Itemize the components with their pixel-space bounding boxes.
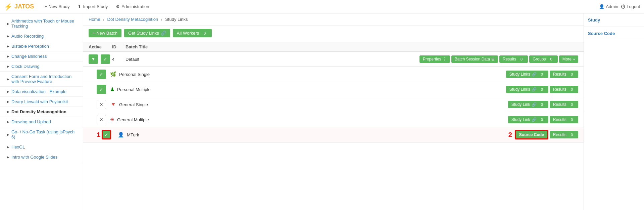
logout-link[interactable]: ⏻ Logout (621, 4, 640, 9)
batch-actions: Properties ⋮ Batch Session Data ⊞ Result… (419, 55, 578, 63)
toolbar: + New Batch Get Study Links 🔗 All Worker… (83, 26, 584, 42)
worker-buttons-4: 2 Source Code Results 0 (508, 130, 578, 139)
sidebar-item-2[interactable]: ▶ Bistable Perception (0, 41, 83, 51)
worker-name-1: Personal Multiple (117, 87, 506, 92)
source-code-button[interactable]: Source Code (515, 130, 548, 139)
results-button-1[interactable]: Results 0 (550, 86, 578, 93)
general-multiple-icon: ✳ (110, 117, 114, 123)
groups-button[interactable]: Groups 0 (529, 55, 557, 63)
breadcrumb-home[interactable]: Home (89, 17, 100, 22)
nav-right: 👤 Admin ⏻ Logout (599, 4, 640, 9)
results-badge-3: 0 (569, 117, 575, 122)
brand: ⚡ JATOS (4, 3, 34, 11)
properties-button[interactable]: Properties ⋮ (419, 55, 450, 63)
general-single-icon: 🔻 (110, 101, 116, 108)
admin-link[interactable]: 👤 Admin (599, 4, 618, 9)
settings-icon: ⋮ (443, 57, 447, 61)
worker-buttons-2: Study Link 🔗 0 Results 0 (508, 101, 578, 108)
breadcrumb: Home / Dot Density Metacognition / Study… (83, 13, 584, 26)
link-icon: 🔗 (532, 102, 537, 107)
layout: ▶ Arithmetics with Touch or Mouse Tracki… (0, 13, 644, 210)
sidebar-item-10[interactable]: ▶ Go- / No-Go Task (using jsPsych 6) (0, 127, 83, 142)
breadcrumb-page: Study Links (165, 17, 188, 22)
worker-active-toggle-2[interactable]: ✕ (97, 100, 106, 109)
chevron-right-icon: ▶ (7, 34, 9, 38)
worker-row-general-multiple: ✕ ✳ General Multiple Study Link 🔗 0 Resu… (83, 112, 584, 127)
study-links-badge-3: 0 (539, 117, 545, 122)
chevron-right-icon: ▶ (7, 77, 9, 81)
worker-row-personal-single: ✓ 🌿 Personal Single Study Links 🔗 0 Resu… (83, 67, 584, 82)
new-study-link[interactable]: + New Study (41, 0, 73, 13)
study-link-button-2[interactable]: Study Link 🔗 0 (508, 101, 548, 108)
worker-name-4: MTurk (127, 132, 508, 137)
results-button[interactable]: Results 0 (499, 55, 528, 63)
power-icon: ⏻ (621, 4, 625, 9)
sidebar-item-6[interactable]: ▶ Data visualization - Example (0, 87, 83, 97)
chevron-right-icon: ▶ (7, 155, 9, 159)
chevron-right-icon: ▶ (7, 110, 9, 114)
sidebar-item-11[interactable]: ▶ HexGL (0, 142, 83, 152)
worker-row-personal-multiple: ✓ ♟ Personal Multiple Study Links 🔗 0 Re… (83, 82, 584, 97)
navbar: ⚡ JATOS + New Study ⬆ Import Study ⚙ Adm… (0, 0, 644, 13)
results-button-0[interactable]: Results 0 (550, 71, 578, 78)
administration-link[interactable]: ⚙ Administration (112, 0, 153, 13)
import-icon: ⬆ (78, 4, 81, 9)
get-study-links-button[interactable]: Get Study Links 🔗 (124, 29, 170, 37)
batch-active-toggle[interactable]: ✓ (101, 54, 110, 64)
link-icon: 🔗 (532, 72, 537, 77)
study-links-button-0[interactable]: Study Links 🔗 0 (506, 71, 548, 78)
chevron-right-icon: ▶ (7, 145, 9, 149)
results-badge-0: 0 (569, 72, 575, 77)
sidebar-item-12[interactable]: ▶ Intro with Google Slides (0, 152, 83, 162)
worker-buttons-3: Study Link 🔗 0 Results 0 (508, 116, 578, 123)
worker-buttons-0: Study Links 🔗 0 Results 0 (506, 71, 578, 78)
sidebar-item-5[interactable]: ▶ Consent Form and Introduction with Pre… (0, 72, 83, 87)
sidebar-item-0[interactable]: ▶ Arithmetics with Touch or Mouse Tracki… (0, 16, 83, 31)
sidebar-item-3[interactable]: ▶ Change Blindness (0, 51, 83, 61)
study-link-button-3[interactable]: Study Link 🔗 0 (508, 116, 548, 123)
study-links-badge-1: 0 (539, 87, 545, 92)
more-button[interactable]: More (559, 55, 578, 63)
sidebar-item-4[interactable]: ▶ Clock Drawing (0, 61, 83, 72)
sidebar-item-7[interactable]: ▶ Deary Liewald with Psytoolkit (0, 97, 83, 107)
worker-rows: ✓ 🌿 Personal Single Study Links 🔗 0 Resu… (83, 67, 584, 142)
source-code-panel-link[interactable]: Source Code (584, 27, 644, 40)
table-icon: ⊞ (491, 57, 495, 61)
study-links-button-1[interactable]: Study Links 🔗 0 (506, 86, 548, 93)
header-active: Active (89, 44, 112, 49)
worker-active-toggle-1[interactable]: ✓ (97, 85, 106, 94)
mturk-active-toggle[interactable]: ✓ (102, 130, 111, 139)
sidebar-item-9[interactable]: ▶ Drawing and Upload (0, 117, 83, 127)
all-workers-badge: 0 (202, 31, 208, 36)
chevron-right-icon: ▶ (7, 133, 9, 136)
gear-icon: ⚙ (116, 4, 120, 9)
results-button-2[interactable]: Results 0 (550, 101, 578, 108)
brand-icon: ⚡ (4, 3, 12, 11)
worker-active-toggle-3[interactable]: ✕ (97, 115, 106, 124)
worker-active-toggle-0[interactable]: ✓ (97, 70, 106, 79)
breadcrumb-study[interactable]: Dot Density Metacognition (107, 17, 158, 22)
worker-name-0: Personal Single (119, 72, 506, 77)
import-study-link[interactable]: ⬆ Import Study (73, 0, 112, 13)
results-badge-2: 0 (569, 102, 575, 107)
sidebar-item-dot-density[interactable]: ▶ Dot Density Metacognition (0, 107, 83, 117)
batch-session-button[interactable]: Batch Session Data ⊞ (451, 55, 498, 63)
batch-expand-button[interactable]: ▼ (89, 54, 98, 64)
new-batch-button[interactable]: + New Batch (89, 29, 121, 37)
link-icon: 🔗 (161, 31, 166, 36)
right-panel: Study Source Code (584, 13, 644, 210)
study-links-badge-2: 0 (539, 102, 545, 107)
link-icon: 🔗 (532, 87, 537, 92)
chevron-right-icon: ▶ (7, 120, 9, 124)
user-icon: 👤 (599, 4, 604, 9)
worker-name-3: General Multiple (117, 117, 508, 122)
mturk-icon: 👤 (118, 132, 124, 138)
results-button-4[interactable]: Results 0 (550, 131, 578, 138)
all-workers-button[interactable]: All Workers 0 (173, 29, 212, 37)
sidebar: ▶ Arithmetics with Touch or Mouse Tracki… (0, 13, 83, 210)
sidebar-item-1[interactable]: ▶ Audio Recording (0, 31, 83, 41)
results-button-3[interactable]: Results 0 (550, 116, 578, 123)
personal-single-icon: 🌿 (110, 71, 116, 77)
study-panel-link[interactable]: Study (584, 13, 644, 27)
chevron-right-icon: ▶ (7, 65, 9, 68)
